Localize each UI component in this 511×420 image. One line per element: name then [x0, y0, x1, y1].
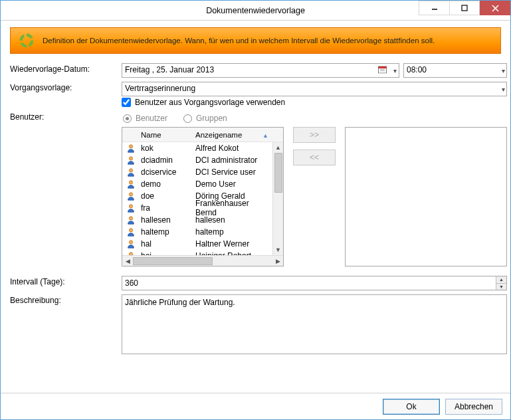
- interval-label: Intervall (Tage):: [10, 276, 118, 290]
- col-display-header[interactable]: Anzeigename ▲: [194, 131, 283, 139]
- description-label: Beschreibung:: [10, 294, 118, 356]
- radio-user-label: Benutzer: [136, 114, 167, 123]
- user-icon: [122, 215, 140, 225]
- svg-point-9: [129, 145, 132, 148]
- dialog-footer: Ok Abbrechen: [1, 393, 510, 419]
- list-item[interactable]: dciserviceDCI Service user: [122, 166, 272, 178]
- interval-input[interactable]: [122, 276, 507, 290]
- minimize-button[interactable]: [419, 1, 449, 15]
- row-display: haltemp: [194, 227, 272, 237]
- user-icon: [122, 203, 140, 213]
- banner-text: Definition der Dokumentenwiedervorlage. …: [43, 37, 435, 45]
- radio-user[interactable]: Benutzer: [123, 114, 167, 123]
- row-display: Haltner Werner: [194, 239, 272, 249]
- info-banner: Definition der Dokumentenwiedervorlage. …: [10, 27, 501, 54]
- row-display: Alfred Kokot: [194, 144, 272, 153]
- sort-asc-icon: ▲: [262, 132, 268, 139]
- date-picker[interactable]: Freitag , 25. Januar 2013 ▾: [122, 63, 399, 78]
- scroll-left-button[interactable]: ◀: [122, 258, 133, 264]
- template-value: Vertrragserinnerung: [125, 84, 195, 93]
- list-item[interactable]: halHaltner Werner: [122, 238, 272, 250]
- cancel-button[interactable]: Abbrechen: [445, 399, 502, 415]
- scroll-up-button[interactable]: ▲: [273, 142, 283, 153]
- horizontal-scrollbar[interactable]: ◀ ▶: [122, 255, 283, 266]
- row-name: haltemp: [140, 227, 194, 237]
- list-item[interactable]: kokAlfred Kokot: [122, 142, 272, 154]
- row-name: demo: [140, 179, 194, 189]
- template-select[interactable]: Vertrragserinnerung: [122, 82, 507, 96]
- row-display: Heiniger Robert: [194, 251, 272, 255]
- user-icon: [122, 191, 140, 201]
- radio-group[interactable]: Gruppen: [183, 114, 227, 123]
- svg-point-14: [129, 205, 132, 208]
- row-name: fra: [140, 203, 194, 213]
- date-label: Wiedervorlage-Datum:: [10, 63, 118, 78]
- user-icon: [122, 156, 140, 165]
- chevron-down-icon: ▾: [393, 67, 397, 74]
- list-item[interactable]: haltemphaltemp: [122, 226, 272, 238]
- close-icon: [492, 5, 499, 12]
- content-area: Definition der Dokumentenwiedervorlage. …: [1, 21, 510, 393]
- minimize-icon: [431, 5, 438, 11]
- spinner-up[interactable]: ▲: [496, 276, 506, 284]
- svg-point-12: [129, 181, 132, 184]
- svg-point-17: [129, 241, 132, 244]
- col-name-header[interactable]: Name: [140, 131, 194, 139]
- description-textarea[interactable]: [122, 294, 507, 354]
- close-button[interactable]: [480, 1, 510, 15]
- use-template-users-checkbox[interactable]: [122, 98, 131, 107]
- dual-list: Name Anzeigename ▲ kokAlfred Kokotdciadm…: [122, 127, 507, 266]
- form-grid: Wiedervorlage-Datum: Freitag , 25. Janua…: [10, 63, 501, 356]
- list-item[interactable]: heiHeiniger Robert: [122, 250, 272, 255]
- user-icon: [122, 144, 140, 153]
- user-type-radio-group: Benutzer Gruppen: [123, 114, 507, 123]
- time-value: 08:00: [407, 65, 427, 74]
- template-label: Vorgangsvorlage:: [10, 82, 118, 107]
- date-value: Freitag , 25. Januar 2013: [125, 65, 214, 74]
- row-name: kok: [140, 144, 194, 153]
- row-display: hallesen: [194, 215, 272, 225]
- available-list[interactable]: Name Anzeigename ▲ kokAlfred Kokotdciadm…: [122, 127, 284, 266]
- ok-button[interactable]: Ok: [383, 399, 440, 415]
- svg-point-13: [129, 193, 132, 196]
- row-display: DCI administrator: [194, 156, 272, 165]
- selected-list[interactable]: [345, 127, 507, 266]
- maximize-button[interactable]: [449, 1, 480, 15]
- svg-point-18: [129, 253, 132, 255]
- row-display: Frankenhauser Bernd: [194, 199, 272, 217]
- svg-rect-1: [462, 5, 467, 11]
- svg-point-15: [129, 217, 132, 220]
- user-icon: [122, 179, 140, 189]
- row-name: dciservice: [140, 167, 194, 177]
- row-display: DCI Service user: [194, 167, 272, 177]
- user-icon: [122, 251, 140, 255]
- window-controls: [419, 1, 510, 15]
- list-item[interactable]: hallesenhallesen: [122, 214, 272, 226]
- list-item[interactable]: fraFrankenhauser Bernd: [122, 202, 272, 214]
- scroll-thumb[interactable]: [274, 153, 282, 193]
- scroll-right-button[interactable]: ▶: [272, 258, 283, 264]
- spinner-down[interactable]: ▼: [496, 284, 506, 290]
- list-item[interactable]: demoDemo User: [122, 178, 272, 190]
- dialog-window: Dokumentenwiedervorlage Definition der D…: [0, 0, 511, 420]
- svg-point-10: [129, 157, 132, 160]
- row-display: Demo User: [194, 179, 272, 189]
- add-button[interactable]: >>: [293, 127, 336, 143]
- scroll-down-button[interactable]: ▼: [273, 245, 283, 255]
- vertical-scrollbar[interactable]: ▲ ▼: [272, 142, 283, 255]
- row-name: hei: [140, 251, 194, 255]
- user-icon: [122, 227, 140, 237]
- hscroll-thumb[interactable]: [133, 257, 213, 265]
- use-template-users-label: Benutzer aus Vorgangsvorlage verwenden: [135, 98, 285, 107]
- list-item[interactable]: dciadminDCI administrator: [122, 154, 272, 166]
- remove-button[interactable]: <<: [293, 150, 336, 165]
- maximize-icon: [461, 5, 468, 11]
- list-header: Name Anzeigename ▲: [122, 128, 283, 142]
- user-icon: [122, 167, 140, 177]
- radio-group-label: Gruppen: [196, 114, 227, 123]
- title-bar: Dokumentenwiedervorlage: [1, 1, 510, 21]
- move-buttons: >> <<: [293, 127, 336, 165]
- user-label: Benutzer:: [10, 111, 118, 266]
- row-name: doe: [140, 191, 194, 201]
- time-select[interactable]: 08:00: [403, 63, 507, 78]
